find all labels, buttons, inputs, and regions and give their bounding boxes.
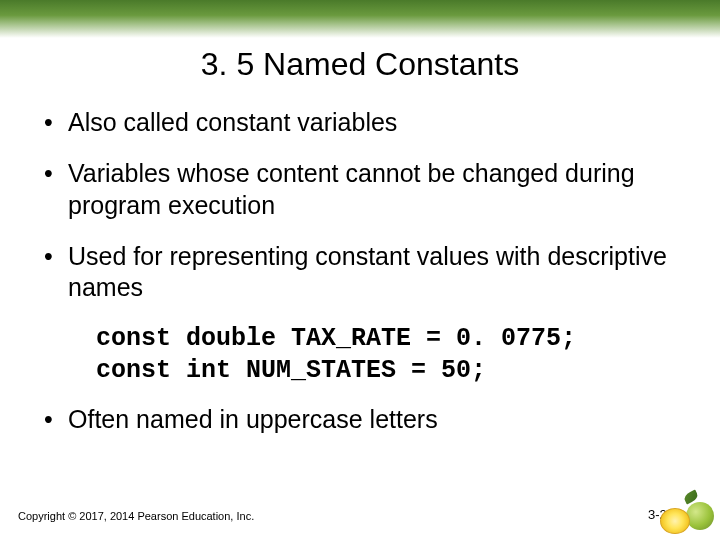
citrus-decoration-icon: [660, 498, 714, 534]
bullet-list: Also called constant variables Variables…: [40, 107, 680, 303]
bullet-item: Variables whose content cannot be change…: [40, 158, 680, 221]
copyright-text: Copyright © 2017, 2014 Pearson Education…: [18, 510, 254, 522]
bullet-item: Often named in uppercase letters: [40, 404, 680, 435]
code-example: const double TAX_RATE = 0. 0775; const i…: [96, 323, 680, 386]
slide-container: 3. 5 Named Constants Also called constan…: [0, 0, 720, 540]
bullet-item: Also called constant variables: [40, 107, 680, 138]
bullet-list-2: Often named in uppercase letters: [40, 404, 680, 435]
bullet-item: Used for representing constant values wi…: [40, 241, 680, 304]
slide-title: 3. 5 Named Constants: [40, 46, 680, 83]
